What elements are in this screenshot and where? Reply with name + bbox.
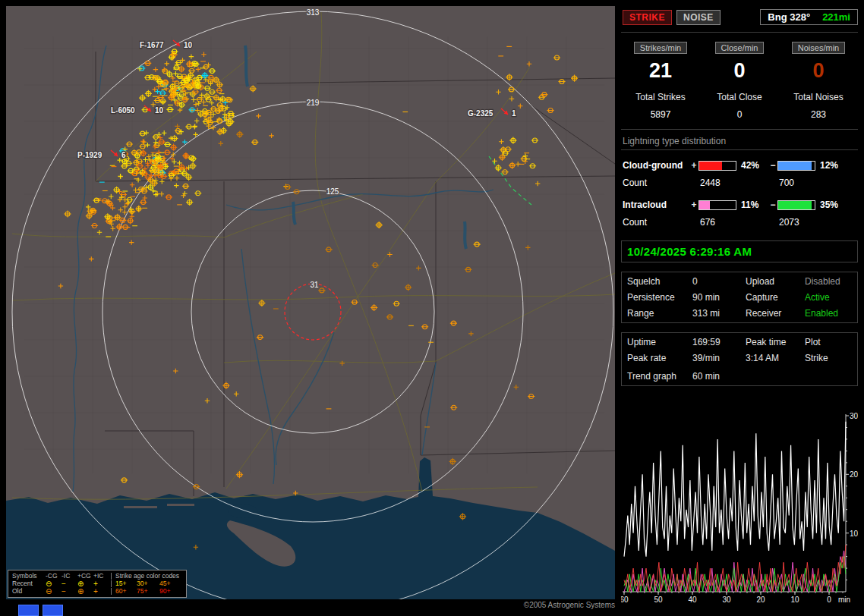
total-strikes-value: 5897 (621, 109, 700, 120)
count-label: Count (623, 178, 689, 188)
legend-symbol-icon: ⊕ (77, 580, 93, 587)
barrier-island (124, 506, 157, 508)
distribution-title: Lightning type distribution (621, 136, 858, 150)
svg-text:0: 0 (827, 596, 831, 604)
total-noises-label: Total Noises (779, 92, 858, 102)
upload-label: Upload (746, 276, 805, 287)
legend-age-header: Strike age color codes (111, 573, 182, 580)
count-label: Count (623, 217, 689, 228)
app-window: 313 219 125 31 F-167710L-605010P-19296G-… (0, 0, 864, 616)
svg-text:60: 60 (621, 596, 629, 604)
plus-pct: 11% (736, 200, 768, 210)
total-strikes-label: Total Strikes (621, 92, 700, 102)
storm-cell-name: F-1677 (140, 41, 164, 49)
svg-text:20: 20 (756, 596, 765, 604)
trend-graph-value: 60 min (692, 371, 852, 382)
storm-cell-count: 6 (121, 151, 126, 159)
total-close-label: Total Close (700, 92, 779, 102)
plus-count: 2448 (689, 178, 765, 188)
dist-bar-plus (698, 200, 736, 210)
legend-age-value: 90+ (159, 588, 182, 595)
bearing-distance: 221mi (822, 11, 850, 23)
upload-value: Disabled (805, 276, 852, 287)
bearing-label: Bng 328° (768, 11, 810, 23)
svg-text:30: 30 (722, 596, 731, 604)
dist-bar-plus (698, 161, 736, 171)
ring-label-31: 31 (310, 281, 319, 289)
storm-cell-name: P-1929 (77, 151, 102, 159)
close-stat: Close/min 0 Total Close 0 (700, 42, 779, 120)
minus-pct: 12% (815, 160, 846, 171)
strikes-per-min-label: Strikes/min (634, 42, 687, 54)
storm-cell-count: 1 (512, 109, 516, 118)
range-value: 313 mi (692, 308, 746, 319)
trend-graph: 1020306050403020100min (621, 411, 858, 610)
legend-symbol-icon: ⊖ (46, 588, 61, 595)
total-close-value: 0 (700, 109, 779, 120)
capture-value: Active (805, 292, 852, 303)
persistence-label: Persistence (627, 292, 692, 303)
legend-header: +IC (93, 573, 111, 580)
minus-count: 700 (765, 178, 856, 188)
distribution-row-intracloud: Intracloud + 11% − 35% (621, 196, 858, 213)
lake-pontchartrain (228, 504, 258, 518)
receiver-value: Enabled (805, 308, 852, 319)
svg-text:40: 40 (688, 596, 697, 604)
ring-label-219: 219 (307, 99, 320, 107)
legend-age-value: 45+ (159, 580, 182, 587)
noises-stat: Noises/min 0 Total Noises 283 (779, 42, 858, 120)
strike-button[interactable]: STRIKE (623, 10, 672, 25)
bearing-display: Bng 328° 221mi (760, 9, 858, 25)
legend-age-value: 30+ (137, 580, 159, 587)
rate-stats: Strikes/min 21 Total Strikes 5897 Close/… (621, 42, 858, 120)
legend-header: -CG (46, 573, 61, 580)
legend-row-label: Recent (12, 580, 46, 587)
legend-symbol-icon: − (61, 580, 77, 587)
copyright-text: ©2005 Astrogenic Systems (6, 601, 615, 609)
panel-topbar: STRIKE NOISE Bng 328° 221mi (621, 6, 858, 33)
legend-age-value: 60+ (111, 588, 137, 595)
svg-text:min: min (838, 596, 850, 604)
svg-text:30: 30 (850, 412, 858, 420)
strikes-stat: Strikes/min 21 Total Strikes 5897 (621, 42, 700, 120)
capture-label: Capture (746, 292, 805, 303)
storm-cell-name: L-6050 (111, 106, 135, 115)
legend-symbol-icon: ⊖ (46, 580, 61, 587)
plot-mode-value[interactable]: Strike (805, 353, 852, 363)
side-panel: STRIKE NOISE Bng 328° 221mi Strikes/min … (621, 6, 858, 610)
trend-series (624, 422, 846, 557)
barrier-island (167, 504, 194, 506)
noise-button[interactable]: NOISE (676, 10, 721, 25)
taskbar-button[interactable] (43, 605, 63, 616)
peak-rate-label: Peak rate (627, 353, 692, 363)
trend-graph-label: Trend graph (627, 371, 692, 382)
radar-map[interactable]: 313 219 125 31 F-167710L-605010P-19296G-… (6, 6, 615, 599)
count-row-cloud-ground: Count 2448 700 (621, 174, 858, 192)
count-row-intracloud: Count 676 2073 (621, 213, 858, 231)
uptime-label: Uptime (627, 337, 692, 347)
plot-label[interactable]: Plot (805, 337, 852, 347)
close-per-min-value: 0 (700, 59, 779, 83)
squelch-value: 0 (692, 276, 746, 287)
legend-header: Symbols (12, 573, 46, 580)
svg-text:10: 10 (790, 596, 799, 604)
peak-rate-value: 39/min (692, 353, 746, 363)
legend-age-value: 15+ (111, 580, 137, 587)
minus-pct: 35% (815, 200, 846, 210)
minus-sign: − (768, 200, 777, 210)
distribution-row-cloud-ground: Cloud-ground + 42% − 12% (621, 157, 858, 174)
map-canvas[interactable]: 313 219 125 31 F-167710L-605010P-19296G-… (6, 6, 615, 599)
settings-box: Squelch 0 Upload Disabled Persistence 90… (621, 272, 858, 323)
peak-time-value: 3:14 AM (746, 353, 805, 363)
uptime-value: 169:59 (692, 337, 746, 347)
ring-label-313: 313 (307, 8, 320, 17)
taskbar-button[interactable] (18, 605, 39, 616)
svg-text:50: 50 (654, 596, 663, 604)
legend-header: +CG (77, 573, 93, 580)
dist-bar-minus (777, 161, 815, 171)
squelch-label: Squelch (627, 276, 692, 287)
plus-sign: + (689, 200, 698, 210)
legend-row-label: Old (12, 588, 46, 595)
dist-label: Intracloud (623, 200, 689, 210)
legend-symbol-icon: ⊕ (77, 588, 93, 595)
